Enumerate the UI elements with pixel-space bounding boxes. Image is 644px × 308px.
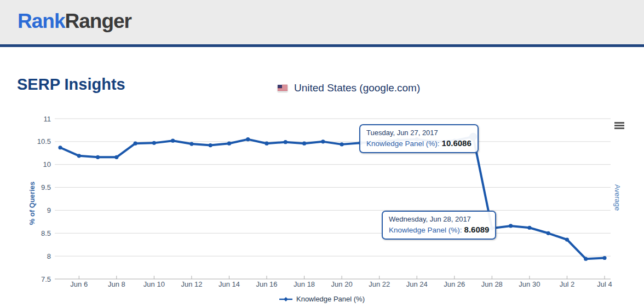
data-point-jun15[interactable] xyxy=(246,137,250,141)
right-axis-title: Average xyxy=(613,184,622,211)
svg-text:11: 11 xyxy=(44,115,51,123)
svg-text:Jun 24: Jun 24 xyxy=(406,280,428,288)
data-point-jun11[interactable] xyxy=(171,139,175,143)
series-line-knowledge-panel[interactable] xyxy=(60,137,605,259)
y-axis-labels: 1110.5109.598.587.5 xyxy=(37,115,51,283)
svg-text:9.5: 9.5 xyxy=(41,183,51,191)
series-markers[interactable] xyxy=(58,133,606,261)
svg-text:Jun 12: Jun 12 xyxy=(181,280,202,288)
data-point-jun10[interactable] xyxy=(152,141,156,145)
y-axis-title: % of Queries xyxy=(28,168,36,239)
data-point-jun8[interactable] xyxy=(114,155,118,159)
data-point-jun7[interactable] xyxy=(96,155,100,159)
svg-text:Jun 8: Jun 8 xyxy=(108,280,125,288)
svg-text:10.5: 10.5 xyxy=(37,137,51,146)
tooltip-date: Wednesday, Jun 28, 2017 xyxy=(389,215,489,223)
data-point-jun29[interactable] xyxy=(509,224,513,228)
legend-label: Knowledge Panel (%) xyxy=(296,295,365,303)
svg-text:Jun 20: Jun 20 xyxy=(331,280,353,288)
page: RankRanger SERP Insights United States (… xyxy=(0,0,644,308)
data-point-jun20[interactable] xyxy=(340,142,344,146)
tooltip-jun28: Wednesday, Jun 28, 2017 Knowledge Panel … xyxy=(382,211,496,240)
legend-item-knowledge-panel[interactable]: Knowledge Panel (%) xyxy=(279,295,365,303)
svg-text:7.5: 7.5 xyxy=(41,275,51,283)
svg-text:Jun 26: Jun 26 xyxy=(444,280,465,288)
x-axis-ticks xyxy=(79,276,605,279)
tooltip-value: 8.6089 xyxy=(464,225,490,234)
svg-text:Jun 14: Jun 14 xyxy=(219,280,240,288)
svg-text:9: 9 xyxy=(47,206,51,214)
svg-text:Jun 30: Jun 30 xyxy=(519,280,540,288)
data-point-jun30[interactable] xyxy=(527,226,531,230)
hamburger-icon[interactable] xyxy=(614,122,624,129)
data-point-jul1[interactable] xyxy=(547,231,550,235)
legend-line-marker-icon xyxy=(279,297,292,302)
svg-text:Jun 10: Jun 10 xyxy=(143,280,165,288)
tooltip-value: 10.6086 xyxy=(442,138,472,148)
svg-text:Jun 18: Jun 18 xyxy=(294,280,315,288)
data-point-jun14[interactable] xyxy=(227,142,231,146)
data-point-jul2[interactable] xyxy=(565,237,569,241)
data-point-jun13[interactable] xyxy=(209,143,212,147)
svg-text:8.5: 8.5 xyxy=(41,229,51,237)
svg-text:Jun 16: Jun 16 xyxy=(256,280,278,288)
data-point-jun17[interactable] xyxy=(284,140,288,144)
svg-text:Jul 2: Jul 2 xyxy=(560,280,574,288)
data-point-jun9[interactable] xyxy=(134,142,137,146)
svg-text:10: 10 xyxy=(43,160,51,168)
svg-text:Jun 6: Jun 6 xyxy=(70,280,88,288)
data-point-jun18[interactable] xyxy=(302,142,306,146)
x-axis-labels: Jun 6Jun 8Jun 10Jun 12Jun 14Jun 16Jun 18… xyxy=(70,280,612,288)
tooltip-jun27: Tuesday, Jun 27, 2017 Knowledge Panel (%… xyxy=(359,124,479,153)
data-point-jun12[interactable] xyxy=(189,142,193,146)
tooltip-series-label: Knowledge Panel (%): xyxy=(389,226,462,234)
data-point-jul3[interactable] xyxy=(584,257,588,261)
data-point-jul4[interactable] xyxy=(602,256,606,260)
data-point-jun16[interactable] xyxy=(264,142,268,146)
svg-text:Jul 4: Jul 4 xyxy=(597,280,612,288)
chart-canvas[interactable]: 1110.5109.598.587.5Jun 6Jun 8Jun 10Jun 1… xyxy=(0,0,644,308)
svg-text:8: 8 xyxy=(47,252,51,260)
svg-text:Jun 22: Jun 22 xyxy=(369,280,390,288)
tooltip-series-label: Knowledge Panel (%): xyxy=(366,140,440,148)
svg-text:Jun 28: Jun 28 xyxy=(481,280,503,288)
data-point-jun5[interactable] xyxy=(58,146,62,149)
tooltip-date: Tuesday, Jun 27, 2017 xyxy=(366,129,472,137)
data-point-jun6[interactable] xyxy=(77,154,81,158)
data-point-jun19[interactable] xyxy=(321,140,325,143)
